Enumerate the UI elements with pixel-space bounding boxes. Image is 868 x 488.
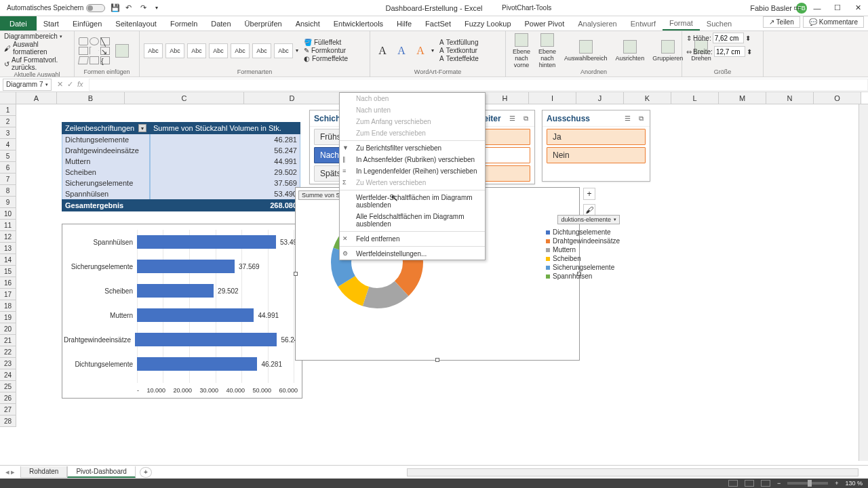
row-header-11[interactable]: 11 <box>0 220 16 231</box>
accept-formula-icon[interactable]: ✓ <box>67 80 73 89</box>
col-header-B[interactable]: B <box>57 92 125 104</box>
share-button[interactable]: ↗Teilen <box>763 16 800 28</box>
arrange-btn-1[interactable]: Ebene nach hinten <box>536 33 559 68</box>
shape-style-0[interactable]: Abc <box>144 43 163 58</box>
row-header-27[interactable]: 27 <box>0 404 16 415</box>
zoom-out-icon[interactable]: − <box>777 480 781 487</box>
format-selection[interactable]: 🖌 Auswahl formatieren <box>4 41 70 56</box>
row-header-22[interactable]: 22 <box>0 346 16 358</box>
col-header-J[interactable]: J <box>576 92 624 104</box>
slicer-item[interactable]: Ja <box>547 129 646 145</box>
shape-style-5[interactable]: Abc <box>252 43 271 58</box>
context-menu-item[interactable]: ✕Feld entfernen <box>340 233 485 245</box>
col-header-M[interactable]: M <box>719 92 766 104</box>
slicer-item[interactable]: Nein <box>547 147 646 163</box>
add-sheet-button[interactable]: + <box>140 467 152 478</box>
view-page-break-icon[interactable] <box>761 480 770 487</box>
context-menu-item[interactable]: ▼Zu Berichtsfilter verschieben <box>340 142 485 154</box>
zoom-slider[interactable] <box>787 482 828 485</box>
horizontal-scrollbar[interactable] <box>407 468 859 476</box>
col-header-L[interactable]: L <box>671 92 719 104</box>
row-header-14[interactable]: 14 <box>0 254 16 266</box>
shape-style-2[interactable]: Abc <box>187 43 206 58</box>
arrange-btn-0[interactable]: Ebene nach vorne <box>510 33 533 68</box>
context-menu-item[interactable]: ⚙Wertfeldeinstellungen... <box>340 248 485 260</box>
shape-gallery[interactable]: ╲↘{ <box>79 37 110 64</box>
tab-seitenlayout[interactable]: Seitenlayout <box>108 16 163 30</box>
bar-chart[interactable]: Spannhülsen53.490Sicherungselemente37.56… <box>62 224 302 399</box>
redo-icon[interactable]: ↷ <box>140 3 150 13</box>
view-page-layout-icon[interactable] <box>745 480 754 487</box>
wordart-style-1[interactable]: A <box>374 43 391 59</box>
change-shape-button[interactable] <box>113 44 132 58</box>
zoom-in-icon[interactable]: + <box>835 480 838 487</box>
legend-field-dropdown[interactable]: duktions-elemente▾ <box>557 215 620 224</box>
row-header-2[interactable]: 2 <box>0 116 16 127</box>
shape-effects[interactable]: ◐ Formeffekte <box>304 55 348 62</box>
row-header-24[interactable]: 24 <box>0 369 16 381</box>
row-header-6[interactable]: 6 <box>0 162 16 174</box>
chart-elements-button[interactable]: + <box>583 188 595 200</box>
formula-input[interactable] <box>89 79 868 91</box>
minimize-button[interactable]: — <box>807 0 827 16</box>
slicer-ausschuss[interactable]: Ausschuss ☰⧉ JaNein <box>542 110 650 182</box>
tab-formeln[interactable]: Formeln <box>163 16 204 30</box>
text-outline[interactable]: A Textkontur <box>439 47 477 54</box>
multiselect-icon[interactable]: ☰ <box>623 114 632 123</box>
save-icon[interactable]: 💾 <box>111 3 120 13</box>
row-header-18[interactable]: 18 <box>0 300 16 312</box>
context-menu-item[interactable]: Alle Feldschaltflächen im Diagramm ausbl… <box>340 211 485 230</box>
col-header-I[interactable]: I <box>529 92 576 104</box>
col-header-K[interactable]: K <box>624 92 671 104</box>
ribbon-options-icon[interactable]: ▭ <box>787 0 807 16</box>
comments-button[interactable]: 💬Kommentare <box>803 16 864 28</box>
vertical-scrollbar[interactable] <box>859 104 868 461</box>
row-header-10[interactable]: 10 <box>0 208 16 220</box>
row-header-12[interactable]: 12 <box>0 231 16 243</box>
tab-überprüfen[interactable]: Überprüfen <box>238 16 289 30</box>
row-header-25[interactable]: 25 <box>0 381 16 392</box>
col-header-D[interactable]: D <box>244 92 340 104</box>
row-header-13[interactable]: 13 <box>0 243 16 254</box>
text-fill[interactable]: A Textfüllung <box>439 39 478 46</box>
name-box[interactable]: Diagramm 7▾ <box>3 79 52 91</box>
sheet-nav-first[interactable]: ◂ <box>5 468 9 476</box>
col-header-O[interactable]: O <box>814 92 861 104</box>
col-header-N[interactable]: N <box>766 92 814 104</box>
fx-icon[interactable]: fx <box>77 80 83 89</box>
wordart-style-3[interactable]: A <box>412 43 429 59</box>
row-header-17[interactable]: 17 <box>0 289 16 300</box>
col-header-C[interactable]: C <box>125 92 244 104</box>
tab-daten[interactable]: Daten <box>204 16 237 30</box>
qat-customize-icon[interactable]: ▾ <box>155 5 158 11</box>
tab-hilfe[interactable]: Hilfe <box>390 16 418 30</box>
multiselect-icon[interactable]: ☰ <box>507 114 517 123</box>
row-header-7[interactable]: 7 <box>0 174 16 185</box>
shape-style-6[interactable]: Abc <box>274 43 293 58</box>
close-button[interactable]: ✕ <box>848 0 868 16</box>
row-header-15[interactable]: 15 <box>0 266 16 277</box>
tab-analysieren[interactable]: Analysieren <box>571 16 623 30</box>
shape-style-4[interactable]: Abc <box>231 43 250 58</box>
resize-handle-w[interactable] <box>294 272 298 276</box>
row-header-21[interactable]: 21 <box>0 335 16 346</box>
row-header-26[interactable]: 26 <box>0 392 16 404</box>
shape-outline[interactable]: ✎ Formkontur <box>304 47 346 54</box>
view-normal-icon[interactable] <box>728 480 738 487</box>
context-menu-item[interactable]: ≡In Legendenfelder (Reihen) verschieben <box>340 165 485 177</box>
arrange-btn-4[interactable]: Gruppieren <box>650 40 686 62</box>
cancel-formula-icon[interactable]: ✕ <box>57 80 63 89</box>
shape-style-1[interactable]: Abc <box>165 43 184 58</box>
tab-factset[interactable]: FactSet <box>418 16 458 30</box>
pivot-filter-icon[interactable]: ▾ <box>138 124 146 132</box>
text-effects[interactable]: A Texteffekte <box>439 55 479 62</box>
tab-power pivot[interactable]: Power Pivot <box>518 16 572 30</box>
tab-fuzzy lookup[interactable]: Fuzzy Lookup <box>458 16 517 30</box>
chart-element-selector[interactable]: Diagrammbereich ▾ <box>4 33 62 40</box>
height-input[interactable]: ⇕ Höhe: ⬍ <box>686 33 751 43</box>
shape-style-3[interactable]: Abc <box>209 43 228 58</box>
row-header-8[interactable]: 8 <box>0 185 16 197</box>
shape-fill[interactable]: 🪣 Fülleffekt <box>304 39 341 46</box>
zoom-level[interactable]: 130 % <box>845 480 863 487</box>
tab-ansicht[interactable]: Ansicht <box>289 16 327 30</box>
